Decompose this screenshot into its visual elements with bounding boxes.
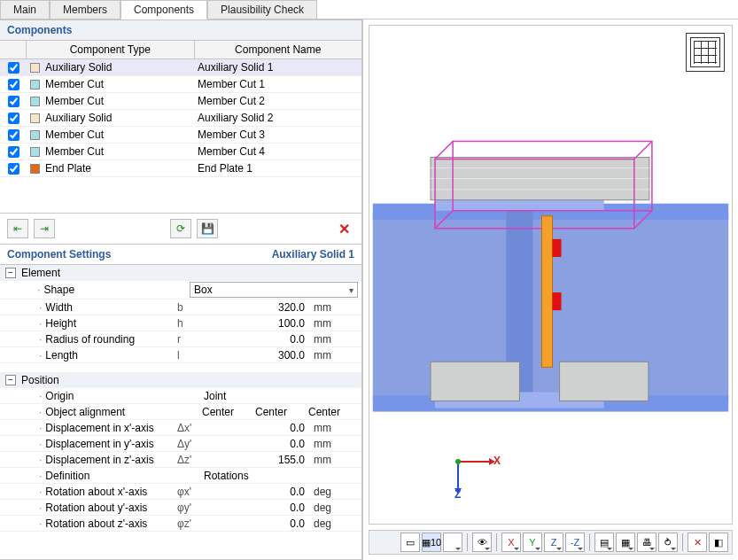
tab-plausibility[interactable]: Plausibility Check: [207, 0, 317, 19]
row-checkbox[interactable]: [8, 113, 19, 124]
col-check: [0, 41, 27, 58]
tab-bar: Main Members Components Plausibility Che…: [0, 0, 738, 19]
component-name: Auxiliary Solid 2: [194, 110, 361, 126]
color-swatch: [30, 164, 40, 174]
table-row[interactable]: End Plate End Plate 1: [0, 160, 361, 177]
svg-rect-18: [541, 216, 552, 368]
vt-stack[interactable]: ▤: [594, 533, 614, 552]
refresh-button[interactable]: ⟳: [170, 219, 191, 238]
property-row[interactable]: ·Object alignmentCenterCenterCenter: [0, 404, 361, 420]
table-row[interactable]: Member Cut Member Cut 4: [0, 144, 361, 160]
table-row[interactable]: Member Cut Member Cut 2: [0, 93, 361, 110]
color-swatch: [30, 113, 40, 123]
component-type: Member Cut: [45, 128, 104, 141]
table-row[interactable]: Member Cut Member Cut 1: [0, 76, 361, 93]
color-swatch: [30, 147, 40, 157]
color-swatch: [30, 97, 40, 106]
move-left-button[interactable]: ⇤: [7, 219, 28, 238]
svg-rect-19: [553, 239, 562, 257]
section-title: Element: [21, 267, 60, 279]
color-swatch: [30, 80, 40, 89]
row-checkbox[interactable]: [8, 163, 19, 175]
tab-main[interactable]: Main: [0, 0, 50, 19]
svg-line-13: [435, 141, 453, 159]
property-row[interactable]: ·Rotation about x'-axisφx'0.0deg: [0, 484, 361, 500]
property-row[interactable]: ·OriginJoint: [0, 388, 361, 404]
collapse-icon[interactable]: −: [5, 268, 16, 278]
col-type: Component Type: [27, 41, 195, 58]
viewer-pane: X Z ▭ ▦10 👁 X Y Z -Z ▤ ▦ 🖶 ⥁ ✕ ◧: [363, 19, 738, 560]
component-type: Auxiliary Solid: [45, 61, 112, 74]
vt-yaxis[interactable]: Y: [523, 533, 542, 552]
nav-cube[interactable]: [686, 33, 725, 72]
property-row[interactable]: ·Widthb320.0mm: [0, 299, 361, 315]
component-type: End Plate: [45, 162, 91, 175]
component-name: End Plate 1: [194, 160, 361, 176]
viewer-toolbar: ▭ ▦10 👁 X Y Z -Z ▤ ▦ 🖶 ⥁ ✕ ◧: [369, 530, 733, 555]
model-svg: [369, 26, 732, 524]
property-row[interactable]: ·Radius of roundingr0.0mm: [0, 331, 361, 347]
property-row[interactable]: ·Displacement in x'-axisΔx'0.0mm: [0, 420, 361, 436]
table-row[interactable]: Member Cut Member Cut 3: [0, 127, 361, 144]
component-name: Member Cut 3: [194, 127, 361, 143]
vt-drop1[interactable]: [443, 533, 462, 552]
svg-line-14: [634, 141, 652, 159]
vt-pick[interactable]: ▭: [400, 533, 420, 552]
vt-print[interactable]: 🖶: [637, 533, 656, 552]
section-title: Position: [21, 374, 59, 386]
component-name: Member Cut 2: [194, 93, 361, 109]
axis-gizmo: X Z: [449, 444, 502, 497]
table-row[interactable]: Auxiliary Solid Auxiliary Solid 2: [0, 110, 361, 127]
vt-split[interactable]: ◧: [709, 533, 728, 552]
svg-rect-8: [560, 362, 649, 401]
vt-zaxis[interactable]: Z: [544, 533, 563, 552]
svg-point-25: [455, 459, 461, 464]
move-right-button[interactable]: ⇥: [34, 219, 55, 238]
vt-neg-z[interactable]: -Z: [565, 533, 585, 552]
shape-select[interactable]: Box: [190, 282, 358, 298]
property-row[interactable]: ·Rotation about z'-axisφz'0.0deg: [0, 516, 361, 532]
row-checkbox[interactable]: [8, 129, 19, 141]
vt-clear[interactable]: ✕: [688, 533, 707, 552]
component-type: Member Cut: [45, 78, 104, 90]
property-grid: −Element·ShapeBox·Widthb320.0mm·Heighth1…: [0, 265, 362, 560]
property-row[interactable]: ·Displacement in y'-axisΔy'0.0mm: [0, 436, 361, 452]
tab-components[interactable]: Components: [120, 0, 207, 19]
vt-cube[interactable]: ▦: [616, 533, 635, 552]
svg-rect-7: [431, 362, 519, 401]
components-header: Components: [0, 19, 362, 41]
components-toolbar: ⇤ ⇥ ⟳ 💾 ✕: [0, 214, 362, 245]
component-name: Member Cut 4: [194, 144, 361, 159]
tab-members[interactable]: Members: [50, 0, 120, 19]
col-name: Component Name: [195, 41, 362, 58]
color-swatch: [30, 130, 40, 140]
table-row[interactable]: Auxiliary Solid Auxiliary Solid 1: [0, 59, 361, 76]
save-button[interactable]: 💾: [197, 219, 218, 238]
property-row[interactable]: ·Rotation about y'-axisφy'0.0deg: [0, 500, 361, 516]
vt-rotate[interactable]: ⥁: [658, 533, 678, 552]
row-checkbox[interactable]: [8, 96, 19, 107]
component-name: Member Cut 1: [194, 76, 361, 92]
collapse-icon[interactable]: −: [5, 375, 16, 385]
property-row[interactable]: ·Displacement in z'-axisΔz'155.0mm: [0, 452, 361, 468]
property-row[interactable]: ·Heighth100.0mm: [0, 315, 361, 331]
vt-grid[interactable]: ▦10: [422, 533, 441, 552]
component-type: Auxiliary Solid: [45, 112, 112, 124]
property-row[interactable]: ·ShapeBox: [0, 281, 361, 299]
settings-header: Component Settings Auxiliary Solid 1: [0, 245, 362, 265]
vt-eye[interactable]: 👁: [472, 533, 492, 552]
left-pane: Components Component Type Component Name…: [0, 19, 363, 560]
delete-button[interactable]: ✕: [333, 219, 354, 238]
row-checkbox[interactable]: [8, 146, 19, 158]
component-name: Auxiliary Solid 1: [194, 59, 361, 75]
viewer-canvas[interactable]: X Z: [369, 25, 733, 525]
color-swatch: [30, 63, 40, 73]
components-table: Component Type Component Name Auxiliary …: [0, 41, 362, 214]
row-checkbox[interactable]: [8, 79, 19, 90]
property-row[interactable]: ·DefinitionRotations: [0, 468, 361, 484]
vt-xaxis[interactable]: X: [501, 533, 521, 552]
row-checkbox[interactable]: [8, 62, 19, 74]
svg-rect-20: [553, 292, 562, 310]
property-row[interactable]: ·Lengthl300.0mm: [0, 347, 361, 363]
component-type: Member Cut: [45, 95, 104, 107]
